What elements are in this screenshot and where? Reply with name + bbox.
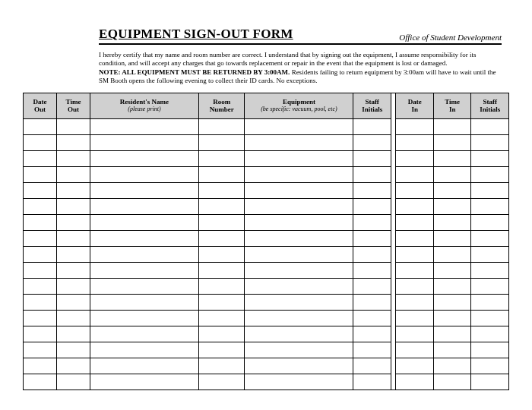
table-cell[interactable]	[353, 342, 391, 358]
table-cell[interactable]	[396, 119, 433, 135]
table-cell[interactable]	[471, 199, 509, 215]
table-cell[interactable]	[245, 279, 353, 295]
table-cell[interactable]	[56, 119, 90, 135]
table-cell[interactable]	[396, 183, 433, 199]
table-cell[interactable]	[56, 231, 90, 247]
table-cell[interactable]	[56, 295, 90, 311]
table-cell[interactable]	[245, 215, 353, 231]
table-cell[interactable]	[198, 215, 244, 231]
table-cell[interactable]	[396, 215, 433, 231]
table-cell[interactable]	[471, 167, 509, 183]
table-cell[interactable]	[90, 151, 198, 167]
table-cell[interactable]	[90, 358, 198, 374]
table-cell[interactable]	[24, 135, 57, 151]
table-cell[interactable]	[24, 263, 57, 279]
table-cell[interactable]	[245, 151, 353, 167]
table-cell[interactable]	[245, 358, 353, 374]
table-cell[interactable]	[245, 119, 353, 135]
table-cell[interactable]	[245, 167, 353, 183]
table-cell[interactable]	[90, 135, 198, 151]
table-cell[interactable]	[24, 247, 57, 263]
table-cell[interactable]	[471, 279, 509, 295]
table-cell[interactable]	[198, 119, 244, 135]
table-cell[interactable]	[245, 135, 353, 151]
table-cell[interactable]	[198, 231, 244, 247]
table-cell[interactable]	[471, 263, 509, 279]
table-cell[interactable]	[353, 279, 391, 295]
table-cell[interactable]	[353, 374, 391, 390]
table-cell[interactable]	[24, 167, 57, 183]
table-cell[interactable]	[90, 119, 198, 135]
table-cell[interactable]	[56, 374, 90, 390]
table-cell[interactable]	[353, 199, 391, 215]
table-cell[interactable]	[24, 199, 57, 215]
table-cell[interactable]	[24, 295, 57, 311]
table-cell[interactable]	[198, 374, 244, 390]
table-cell[interactable]	[198, 342, 244, 358]
table-cell[interactable]	[471, 326, 509, 342]
table-cell[interactable]	[198, 183, 244, 199]
table-cell[interactable]	[471, 183, 509, 199]
table-cell[interactable]	[245, 263, 353, 279]
table-cell[interactable]	[90, 311, 198, 326]
table-cell[interactable]	[353, 326, 391, 342]
table-cell[interactable]	[353, 215, 391, 231]
table-cell[interactable]	[245, 231, 353, 247]
table-cell[interactable]	[471, 215, 509, 231]
table-cell[interactable]	[396, 135, 433, 151]
table-cell[interactable]	[198, 326, 244, 342]
table-cell[interactable]	[471, 374, 509, 390]
table-cell[interactable]	[24, 374, 57, 390]
table-cell[interactable]	[90, 326, 198, 342]
table-cell[interactable]	[245, 342, 353, 358]
table-cell[interactable]	[90, 295, 198, 311]
table-cell[interactable]	[396, 199, 433, 215]
table-cell[interactable]	[433, 231, 470, 247]
table-cell[interactable]	[471, 151, 509, 167]
table-cell[interactable]	[90, 215, 198, 231]
table-cell[interactable]	[433, 135, 470, 151]
table-cell[interactable]	[198, 263, 244, 279]
table-cell[interactable]	[24, 326, 57, 342]
table-cell[interactable]	[198, 295, 244, 311]
table-cell[interactable]	[56, 215, 90, 231]
table-cell[interactable]	[396, 326, 433, 342]
table-cell[interactable]	[433, 263, 470, 279]
table-cell[interactable]	[245, 311, 353, 326]
table-cell[interactable]	[471, 358, 509, 374]
table-cell[interactable]	[24, 215, 57, 231]
table-cell[interactable]	[353, 247, 391, 263]
table-cell[interactable]	[90, 247, 198, 263]
table-cell[interactable]	[56, 151, 90, 167]
table-cell[interactable]	[396, 167, 433, 183]
table-cell[interactable]	[353, 231, 391, 247]
table-cell[interactable]	[353, 295, 391, 311]
table-cell[interactable]	[56, 183, 90, 199]
table-cell[interactable]	[245, 374, 353, 390]
table-cell[interactable]	[198, 247, 244, 263]
table-cell[interactable]	[90, 279, 198, 295]
table-cell[interactable]	[471, 247, 509, 263]
table-cell[interactable]	[433, 119, 470, 135]
table-cell[interactable]	[24, 311, 57, 326]
table-cell[interactable]	[198, 358, 244, 374]
table-cell[interactable]	[433, 295, 470, 311]
table-cell[interactable]	[24, 279, 57, 295]
table-cell[interactable]	[353, 311, 391, 326]
table-cell[interactable]	[90, 231, 198, 247]
table-cell[interactable]	[433, 279, 470, 295]
table-cell[interactable]	[396, 358, 433, 374]
table-cell[interactable]	[471, 231, 509, 247]
table-cell[interactable]	[56, 279, 90, 295]
table-cell[interactable]	[245, 199, 353, 215]
table-cell[interactable]	[433, 342, 470, 358]
table-cell[interactable]	[396, 151, 433, 167]
table-cell[interactable]	[90, 374, 198, 390]
table-cell[interactable]	[56, 199, 90, 215]
table-cell[interactable]	[433, 374, 470, 390]
table-cell[interactable]	[198, 279, 244, 295]
table-cell[interactable]	[433, 311, 470, 326]
table-cell[interactable]	[353, 119, 391, 135]
table-cell[interactable]	[471, 119, 509, 135]
table-cell[interactable]	[90, 183, 198, 199]
